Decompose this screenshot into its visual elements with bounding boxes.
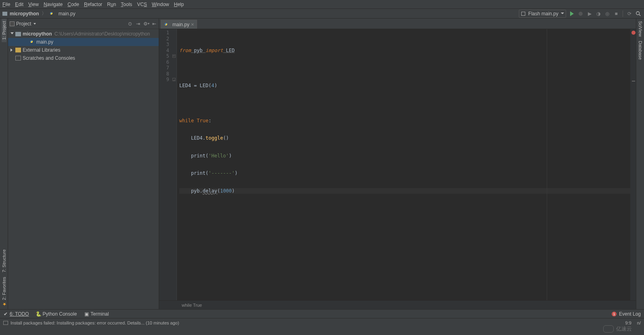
line-number[interactable]: 5− — [159, 53, 176, 59]
editor-area: main.py × 1 2 3 4 5− 6 7 8 9⌟ from pyb i… — [159, 19, 636, 309]
editor-breadcrumb[interactable]: while True — [182, 303, 202, 308]
folder-icon — [15, 32, 21, 36]
menu-help[interactable]: Help — [174, 2, 184, 7]
folder-icon — [2, 12, 7, 16]
profile-button[interactable]: ◑ — [595, 10, 602, 17]
toolwindow-python-console-tab[interactable]: 🐍Python Console — [36, 311, 77, 317]
editor-tab[interactable]: main.py × — [161, 20, 197, 29]
menu-vcs[interactable]: VCS — [137, 2, 147, 7]
toolwindow-database-tab[interactable]: Database — [638, 41, 643, 60]
chevron-down-icon — [561, 13, 564, 14]
line-number[interactable]: 3 — [159, 42, 176, 48]
python-icon — [164, 22, 169, 27]
gear-icon[interactable]: ⚙▾ — [143, 21, 149, 27]
error-indicator-icon[interactable] — [631, 31, 636, 35]
expand-icon[interactable] — [10, 32, 14, 36]
svg-point-0 — [636, 11, 640, 15]
star-icon: ★ — [2, 302, 6, 307]
chevron-down-icon[interactable] — [34, 23, 36, 25]
cursor-position[interactable]: 9:9 — [625, 320, 631, 325]
tree-node-scratches[interactable]: Scratches and Consoles — [8, 54, 159, 62]
hide-icon[interactable]: ⇤ — [151, 21, 157, 27]
stop-button[interactable]: ■ — [613, 10, 619, 17]
python-icon — [49, 11, 55, 17]
tree-root-path: C:\Users\Administrator\Desktop\micropyth… — [55, 31, 150, 37]
line-number[interactable]: 6 — [159, 59, 176, 65]
menu-tools[interactable]: Tools — [121, 2, 132, 7]
toolwindow-project-tab[interactable]: 1: Project — [2, 19, 6, 42]
project-view-icon — [10, 21, 15, 26]
python-icon: 🐍 — [36, 312, 41, 316]
line-number[interactable]: 8 — [159, 71, 176, 77]
terminal-icon: ▣ — [84, 312, 89, 316]
menu-navigate[interactable]: Navigate — [44, 2, 63, 7]
tree-node-file[interactable]: main.py — [8, 38, 159, 46]
debug-button[interactable] — [577, 10, 584, 17]
vcs-update-button[interactable]: ⟳ — [626, 10, 633, 17]
toolwindows-icon[interactable] — [3, 321, 8, 325]
editor[interactable]: 1 2 3 4 5− 6 7 8 9⌟ from pyb import LED … — [159, 29, 636, 300]
line-number[interactable]: 4 — [159, 48, 176, 54]
play-icon — [570, 11, 574, 16]
menu-code[interactable]: Code — [67, 2, 79, 7]
python-icon — [29, 39, 35, 45]
fold-icon[interactable]: − — [172, 54, 176, 58]
line-number[interactable]: 9⌟ — [159, 77, 176, 83]
line-number[interactable]: 2 — [159, 36, 176, 42]
svg-line-1 — [639, 14, 641, 16]
main-area: 1: Project 7: Structure ★ 2: Favorites P… — [0, 19, 644, 309]
collapse-icon[interactable]: ⇥ — [135, 21, 141, 27]
search-button[interactable] — [635, 10, 642, 17]
toolbar-right: Flash main.py ▶ ◑ ◎ ■ ⟳ — [519, 10, 642, 18]
toolwindow-todo-tab[interactable]: ✔6: TODO — [3, 311, 29, 317]
bug-icon — [579, 12, 583, 16]
expand-icon[interactable] — [10, 48, 14, 52]
project-panel-title[interactable]: Project — [16, 21, 31, 27]
breadcrumb-project[interactable]: micropython — [10, 11, 39, 17]
run-button[interactable] — [568, 10, 575, 17]
line-number[interactable]: 1 — [159, 30, 176, 36]
tree-node-root[interactable]: micropython C:\Users\Administrator\Deskt… — [8, 30, 159, 38]
navigation-bar: micropython 〉 main.py Flash main.py ▶ ◑ … — [0, 9, 644, 19]
project-tool-window: Project ⊙ ⇥ ⚙▾ ⇤ micropython C:\Users\Ad… — [8, 19, 159, 309]
locate-icon[interactable]: ⊙ — [127, 21, 133, 27]
tree-node-external-libraries[interactable]: External Libraries — [8, 46, 159, 54]
run-config-label: Flash main.py — [528, 11, 558, 17]
menu-file[interactable]: File — [2, 2, 10, 7]
toolwindow-favorites-tab[interactable]: ★ 2: Favorites — [1, 274, 6, 309]
status-mode[interactable]: n/ — [637, 320, 641, 325]
toolwindow-sciview-tab[interactable]: SciView — [638, 21, 643, 37]
right-margin-line — [547, 29, 547, 300]
project-tree[interactable]: micropython C:\Users\Administrator\Deskt… — [8, 29, 159, 62]
run-coverage-button[interactable]: ▶ — [586, 10, 593, 17]
line-gutter[interactable]: 1 2 3 4 5− 6 7 8 9⌟ — [159, 29, 177, 300]
toolwindow-eventlog-tab[interactable]: Event Log — [619, 311, 641, 317]
todo-icon: ✔ — [3, 312, 8, 316]
close-icon[interactable]: × — [191, 21, 194, 27]
warning-count-badge[interactable]: 1 — [612, 312, 617, 316]
menu-window[interactable]: Window — [152, 2, 169, 7]
menu-run[interactable]: Run — [107, 2, 116, 7]
line-number[interactable]: 7 — [159, 65, 176, 71]
menu-edit[interactable]: Edit — [15, 2, 23, 7]
marker[interactable] — [632, 81, 635, 82]
breadcrumb: micropython 〉 main.py — [2, 10, 76, 17]
run-config-selector[interactable]: Flash main.py — [519, 10, 566, 18]
toolbar-separator — [623, 10, 623, 17]
fold-end-icon[interactable]: ⌟ — [172, 78, 176, 81]
toolwindow-structure-tab[interactable]: 7: Structure — [2, 247, 6, 275]
tree-extlib-label: External Libraries — [23, 47, 60, 53]
breadcrumb-file[interactable]: main.py — [59, 11, 76, 17]
editor-tab-bar: main.py × — [159, 19, 636, 29]
right-tool-gutter: SciView Database — [636, 19, 644, 309]
menu-view[interactable]: View — [28, 2, 39, 7]
toolwindow-terminal-tab[interactable]: ▣Terminal — [84, 311, 109, 317]
menu-refactor[interactable]: Refactor — [84, 2, 102, 7]
status-message[interactable]: Install packages failed: Installing pack… — [10, 320, 179, 325]
menu-bar: File Edit View Navigate Code Refactor Ru… — [0, 0, 644, 9]
code-area[interactable]: from pyb import LED LED4 = LED(4) while … — [177, 29, 636, 300]
concurrency-button[interactable]: ◎ — [604, 10, 610, 17]
editor-tab-label: main.py — [172, 22, 189, 27]
error-stripe[interactable] — [630, 29, 636, 300]
library-icon — [15, 48, 21, 52]
